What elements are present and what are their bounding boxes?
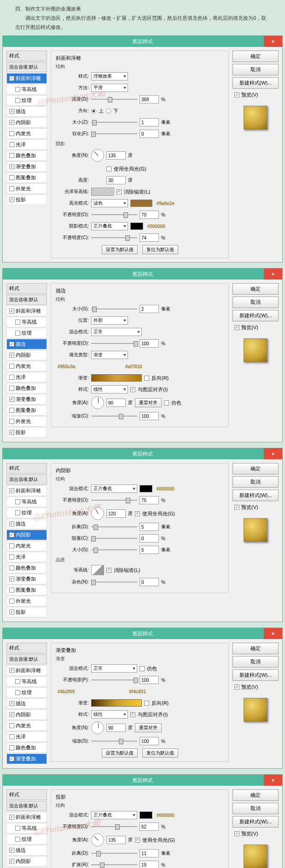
aa-checkbox[interactable] bbox=[106, 568, 111, 573]
radio-up[interactable] bbox=[91, 108, 96, 114]
hopac-slider[interactable] bbox=[91, 211, 137, 218]
opacity-input[interactable]: 100 bbox=[140, 676, 159, 684]
checkbox[interactable] bbox=[9, 153, 14, 158]
sidebar-item-bevel[interactable]: 斜面和浮雕 bbox=[6, 485, 47, 496]
dither-checkbox[interactable] bbox=[140, 666, 145, 671]
sidebar-item-inner-shadow[interactable]: 内阴影 bbox=[6, 117, 47, 128]
spread-input[interactable]: 19 bbox=[140, 861, 159, 868]
size-input[interactable]: 1 bbox=[140, 118, 159, 126]
cancel-button[interactable]: 取消 bbox=[233, 656, 279, 668]
contour-picker[interactable] bbox=[91, 565, 104, 575]
preview-checkbox[interactable] bbox=[234, 325, 239, 330]
sidebar-item-contour[interactable]: 等高线 bbox=[6, 84, 47, 95]
blend-select[interactable]: 正常 bbox=[91, 664, 137, 673]
sidebar-item-satin[interactable]: 光泽 bbox=[6, 552, 47, 562]
highlight-swatch[interactable] bbox=[130, 200, 152, 207]
sidebar-item-color-overlay[interactable]: 颜色叠加 bbox=[6, 742, 47, 753]
checkbox[interactable] bbox=[9, 131, 14, 136]
sidebar-item-bevel[interactable]: 斜面和浮雕 bbox=[6, 306, 47, 316]
sidebar-item-texture[interactable]: 纹理 bbox=[6, 508, 47, 518]
gradient-bar[interactable] bbox=[91, 374, 142, 382]
blend-select[interactable]: 正片叠底 bbox=[91, 485, 137, 493]
depth-slider[interactable] bbox=[91, 96, 137, 103]
sopac-slider[interactable] bbox=[91, 234, 137, 241]
size-input[interactable]: 5 bbox=[140, 546, 159, 554]
hopac-input[interactable]: 70 bbox=[140, 211, 159, 219]
new-style-button[interactable]: 新建样式(W)... bbox=[233, 490, 279, 501]
reverse-checkbox[interactable] bbox=[144, 376, 149, 381]
realign-button[interactable]: 重置对齐 bbox=[135, 398, 162, 407]
position-select[interactable]: 外部 bbox=[91, 316, 128, 325]
sidebar-item-color-overlay[interactable]: 颜色叠加 bbox=[6, 383, 47, 394]
angle-input[interactable]: 90 bbox=[106, 724, 126, 732]
angle-dial[interactable] bbox=[91, 507, 104, 520]
altitude-input[interactable]: 30 bbox=[106, 176, 126, 184]
sidebar-item-texture[interactable]: 纹理 bbox=[6, 834, 47, 845]
smode-select[interactable]: 正片叠底 bbox=[91, 222, 128, 230]
sidebar-item-inner-glow[interactable]: 内发光 bbox=[6, 361, 47, 371]
filltype-select[interactable]: 渐变 bbox=[91, 351, 128, 359]
sidebar-item-pattern-overlay[interactable]: 图案叠加 bbox=[6, 405, 47, 416]
set-default-button[interactable]: 设置为默认值 bbox=[102, 748, 138, 758]
ok-button[interactable]: 确定 bbox=[233, 643, 279, 654]
cancel-button[interactable]: 取消 bbox=[233, 476, 279, 488]
sidebar-item-grad-overlay[interactable]: 渐变叠加 bbox=[6, 754, 47, 764]
checkbox-on[interactable] bbox=[9, 76, 14, 81]
dither-checkbox[interactable] bbox=[164, 400, 169, 405]
sidebar-item-grad-overlay[interactable]: 渐变叠加 bbox=[6, 161, 47, 172]
close-icon[interactable]: × bbox=[264, 775, 282, 786]
gstyle-select[interactable]: 线性 bbox=[91, 385, 128, 394]
opacity-input[interactable]: 52 bbox=[140, 822, 159, 831]
ok-button[interactable]: 确定 bbox=[233, 463, 279, 474]
ok-button[interactable]: 确定 bbox=[233, 789, 279, 801]
sidebar-item-stroke[interactable]: 描边 bbox=[6, 339, 47, 349]
sidebar-item-inner-shadow[interactable]: 内阴影 bbox=[6, 350, 47, 360]
realign-button[interactable]: 重置对齐 bbox=[135, 723, 162, 732]
opacity-input[interactable]: 75 bbox=[140, 496, 159, 504]
angle-dial[interactable] bbox=[91, 721, 104, 734]
shadow-swatch[interactable] bbox=[130, 223, 143, 230]
distance-input[interactable]: 11 bbox=[140, 849, 159, 857]
global-light-checkbox[interactable] bbox=[106, 166, 111, 171]
opacity-slider[interactable] bbox=[91, 677, 137, 683]
sidebar-item-stroke[interactable]: 描边 bbox=[6, 845, 47, 856]
aa-checkbox[interactable] bbox=[116, 189, 122, 194]
soften-input[interactable]: 0 bbox=[140, 130, 159, 138]
angle-dial[interactable] bbox=[91, 149, 104, 162]
sidebar-item-satin[interactable]: 光泽 bbox=[6, 731, 47, 742]
new-style-button[interactable]: 新建样式(W)... bbox=[233, 77, 279, 89]
opacity-slider[interactable] bbox=[91, 497, 137, 503]
ok-button[interactable]: 确定 bbox=[233, 51, 279, 62]
opacity-slider[interactable] bbox=[91, 823, 137, 830]
sidebar-item-drop-shadow[interactable]: 投影 bbox=[6, 607, 47, 617]
blend-default[interactable]: 混合选项:默认 bbox=[6, 62, 47, 72]
reverse-checkbox[interactable] bbox=[144, 701, 149, 706]
close-icon[interactable]: × bbox=[264, 448, 282, 459]
style-select[interactable]: 浮雕效果 bbox=[91, 72, 128, 80]
sidebar-item-contour[interactable]: 等高线 bbox=[6, 317, 47, 327]
blend-select[interactable]: 正片叠底 bbox=[91, 811, 137, 819]
close-icon[interactable]: × bbox=[264, 628, 282, 639]
sidebar-item-bevel[interactable]: 斜面和浮雕 bbox=[6, 812, 47, 822]
scale-input[interactable]: 100 bbox=[140, 412, 159, 420]
sidebar-item-contour[interactable]: 等高线 bbox=[6, 497, 47, 507]
angle-input[interactable]: 90 bbox=[106, 399, 126, 407]
checkbox-on[interactable] bbox=[9, 120, 14, 125]
sidebar-item-inner-glow[interactable]: 内发光 bbox=[6, 541, 47, 551]
method-select[interactable]: 平滑 bbox=[91, 84, 128, 92]
blend-select[interactable]: 正常 bbox=[91, 328, 142, 336]
noise-slider[interactable] bbox=[91, 579, 137, 585]
angle-input[interactable]: 135 bbox=[106, 151, 126, 160]
sopac-input[interactable]: 74 bbox=[140, 234, 159, 242]
titlebar[interactable]: 图层样式× bbox=[3, 775, 282, 786]
sidebar-item-inner-shadow[interactable]: 内阴影 bbox=[6, 709, 47, 720]
cancel-button[interactable]: 取消 bbox=[233, 297, 279, 308]
preview-checkbox[interactable] bbox=[234, 831, 239, 836]
sidebar-item-outer-glow[interactable]: 外发光 bbox=[6, 596, 47, 606]
angle-input[interactable]: 135 bbox=[106, 836, 126, 844]
sidebar-item-outer-glow[interactable]: 外发光 bbox=[6, 183, 47, 194]
sidebar-item-outer-glow[interactable]: 外发光 bbox=[6, 416, 47, 427]
distance-slider[interactable] bbox=[91, 850, 137, 857]
sidebar-item-contour[interactable]: 等高线 bbox=[6, 823, 47, 834]
color-swatch[interactable] bbox=[140, 485, 152, 492]
